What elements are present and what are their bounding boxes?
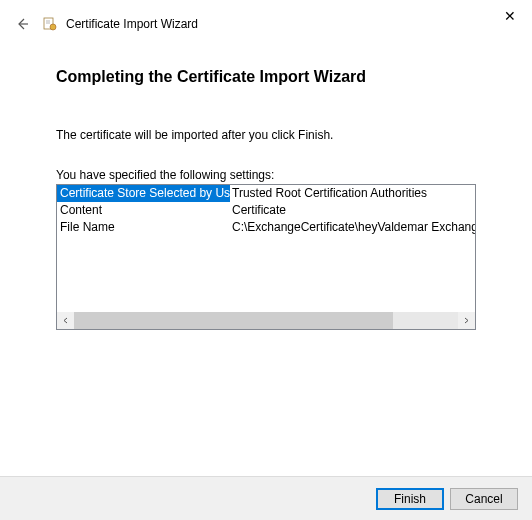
setting-value: Trusted Root Certification Authorities bbox=[230, 185, 427, 202]
setting-value: C:\ExchangeCertificate\heyValdemar Excha… bbox=[230, 219, 475, 236]
settings-caption: You have specified the following setting… bbox=[56, 168, 476, 182]
table-row[interactable]: Certificate Store Selected by User Trust… bbox=[57, 185, 475, 202]
footer-bar: Finish Cancel bbox=[0, 476, 532, 520]
description-text: The certificate will be imported after y… bbox=[56, 128, 476, 142]
horizontal-scrollbar[interactable] bbox=[57, 312, 475, 329]
setting-label: File Name bbox=[57, 219, 230, 236]
setting-label: Certificate Store Selected by User bbox=[57, 185, 230, 202]
back-arrow-icon[interactable] bbox=[12, 14, 32, 34]
settings-list: Certificate Store Selected by User Trust… bbox=[56, 184, 476, 330]
setting-label: Content bbox=[57, 202, 230, 219]
scroll-thumb[interactable] bbox=[74, 312, 393, 329]
cancel-button[interactable]: Cancel bbox=[450, 488, 518, 510]
table-row[interactable]: File Name C:\ExchangeCertificate\heyVald… bbox=[57, 219, 475, 236]
content-area: Completing the Certificate Import Wizard… bbox=[0, 48, 532, 330]
scroll-track[interactable] bbox=[74, 312, 458, 329]
scroll-right-icon[interactable] bbox=[458, 312, 475, 329]
table-row[interactable]: Content Certificate bbox=[57, 202, 475, 219]
wizard-header: Certificate Import Wizard bbox=[0, 0, 532, 48]
header-title: Certificate Import Wizard bbox=[66, 17, 198, 31]
finish-button[interactable]: Finish bbox=[376, 488, 444, 510]
svg-point-2 bbox=[50, 24, 56, 30]
scroll-left-icon[interactable] bbox=[57, 312, 74, 329]
certificate-wizard-icon bbox=[42, 16, 58, 32]
page-heading: Completing the Certificate Import Wizard bbox=[56, 68, 476, 86]
setting-value: Certificate bbox=[230, 202, 286, 219]
